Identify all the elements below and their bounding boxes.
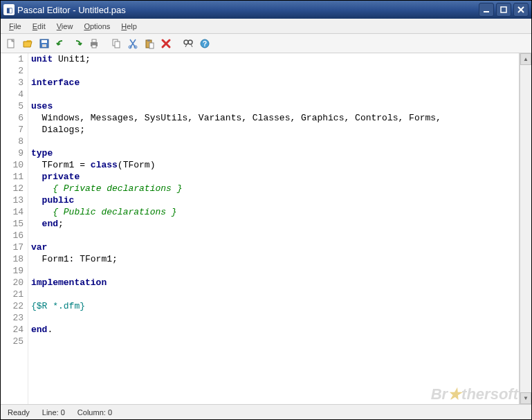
menubar: File Edit View Options Help [1, 19, 531, 34]
copy-button[interactable] [109, 36, 124, 51]
editor-area: 1234567891011121314151617181920212223242… [1, 53, 531, 404]
status-ready: Ready [5, 408, 33, 417]
svg-text:?: ? [203, 40, 207, 48]
svg-rect-1 [501, 7, 506, 12]
svg-rect-7 [92, 39, 96, 42]
print-button[interactable] [86, 36, 102, 51]
svg-rect-0 [484, 11, 489, 12]
window-title: Pascal Editor - Untitled.pas [17, 5, 479, 15]
toolbar: ? [1, 34, 531, 53]
svg-point-16 [184, 40, 188, 44]
window: ◧ Pascal Editor - Untitled.pas File Edit… [0, 0, 532, 420]
close-button[interactable] [513, 3, 529, 17]
scroll-up-icon[interactable]: ▲ [520, 53, 531, 65]
save-button[interactable] [37, 36, 52, 51]
find-button[interactable] [181, 36, 196, 51]
delete-button[interactable] [158, 36, 174, 51]
menu-help[interactable]: Help [116, 21, 143, 32]
help-button[interactable]: ? [197, 36, 212, 51]
svg-rect-10 [115, 42, 120, 48]
redo-button[interactable] [70, 36, 85, 51]
svg-rect-14 [147, 39, 150, 42]
statusbar: Ready Line: 0 Column: 0 [1, 404, 531, 419]
scroll-down-icon[interactable]: ▼ [520, 392, 531, 404]
new-file-button[interactable] [3, 36, 19, 51]
svg-rect-5 [42, 44, 46, 47]
code-editor[interactable]: 1234567891011121314151617181920212223242… [1, 53, 520, 404]
vertical-scrollbar[interactable]: ▲ ▼ [520, 53, 531, 404]
menu-view[interactable]: View [51, 21, 79, 32]
gutter: 1234567891011121314151617181920212223242… [1, 53, 28, 404]
open-button[interactable] [20, 36, 35, 51]
paste-button[interactable] [142, 36, 157, 51]
minimize-button[interactable] [479, 3, 494, 17]
svg-rect-15 [149, 43, 154, 48]
code-content[interactable]: unit Unit1; interface uses Windows, Mess… [28, 53, 519, 404]
titlebar[interactable]: ◧ Pascal Editor - Untitled.pas [1, 1, 531, 19]
undo-button[interactable] [53, 36, 68, 51]
svg-rect-4 [42, 40, 47, 43]
status-line: Line: 0 [39, 408, 68, 417]
status-column: Column: 0 [75, 408, 115, 417]
svg-point-17 [188, 40, 192, 44]
svg-rect-8 [92, 45, 96, 48]
scroll-track[interactable] [520, 65, 531, 392]
menu-file[interactable]: File [3, 21, 27, 32]
cut-button[interactable] [125, 36, 140, 51]
menu-edit[interactable]: Edit [27, 21, 51, 32]
menu-options[interactable]: Options [78, 21, 116, 32]
app-icon: ◧ [3, 4, 15, 15]
maximize-button[interactable] [496, 3, 511, 17]
